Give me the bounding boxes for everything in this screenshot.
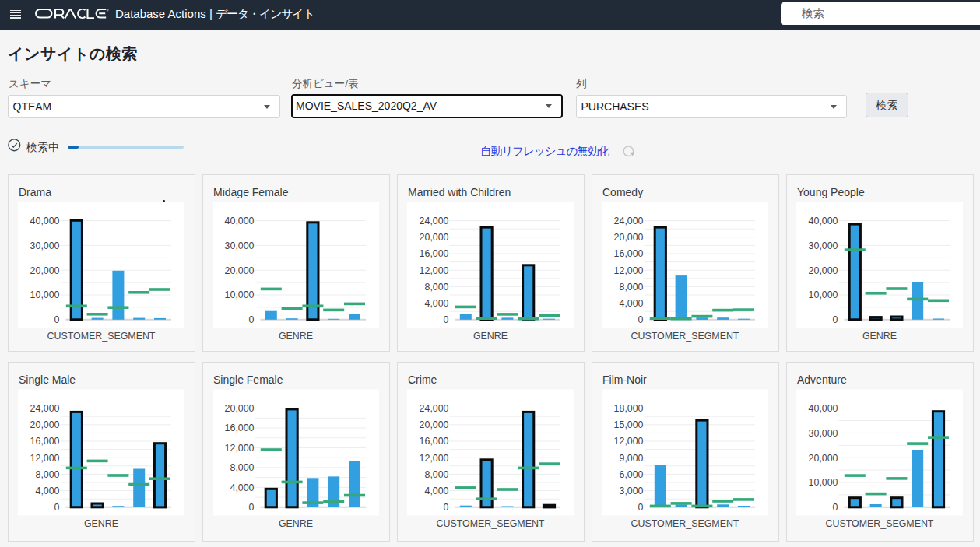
svg-text:0: 0 <box>249 502 255 513</box>
svg-text:16,000: 16,000 <box>225 423 255 433</box>
svg-text:9,000: 9,000 <box>619 453 643 464</box>
svg-text:15,000: 15,000 <box>614 419 644 430</box>
svg-text:24,000: 24,000 <box>420 216 449 226</box>
svg-text:CUSTOMER_SEGMENT: CUSTOMER_SEGMENT <box>437 518 545 529</box>
svg-text:10,000: 10,000 <box>30 289 60 300</box>
svg-text:18,000: 18,000 <box>614 403 644 414</box>
svg-text:20,000: 20,000 <box>30 265 60 276</box>
svg-text:20,000: 20,000 <box>225 403 255 414</box>
svg-text:20,000: 20,000 <box>225 265 255 276</box>
svg-text:8,000: 8,000 <box>424 282 448 293</box>
svg-text:0: 0 <box>444 314 449 325</box>
svg-text:Single Female: Single Female <box>213 373 283 386</box>
svg-text:CUSTOMER_SEGMENT: CUSTOMER_SEGMENT <box>631 331 739 342</box>
svg-text:CUSTOMER_SEGMENT: CUSTOMER_SEGMENT <box>826 518 934 529</box>
svg-text:0: 0 <box>833 502 838 513</box>
svg-text:20,000: 20,000 <box>809 453 838 464</box>
svg-text:10,000: 10,000 <box>225 289 255 300</box>
svg-text:24,000: 24,000 <box>30 403 60 414</box>
svg-text:16,000: 16,000 <box>420 248 449 259</box>
svg-text:16,000: 16,000 <box>420 436 449 447</box>
svg-text:12,000: 12,000 <box>614 436 644 447</box>
svg-text:Midage Female: Midage Female <box>213 186 289 198</box>
svg-text:30,000: 30,000 <box>30 240 60 251</box>
svg-text:0: 0 <box>833 314 838 325</box>
svg-text:20,000: 20,000 <box>30 419 60 430</box>
svg-text:6,000: 6,000 <box>619 469 643 480</box>
svg-text:12,000: 12,000 <box>420 453 449 464</box>
svg-text:0: 0 <box>54 314 60 325</box>
svg-text:GENRE: GENRE <box>84 518 118 529</box>
svg-text:0: 0 <box>54 502 60 513</box>
svg-text:12,000: 12,000 <box>420 265 449 276</box>
svg-text:40,000: 40,000 <box>225 216 255 226</box>
svg-text:10,000: 10,000 <box>809 477 838 488</box>
svg-text:GENRE: GENRE <box>279 331 313 342</box>
svg-text:12,000: 12,000 <box>30 453 60 464</box>
svg-text:0: 0 <box>638 314 644 325</box>
svg-text:20,000: 20,000 <box>420 419 449 430</box>
svg-text:20,000: 20,000 <box>420 232 449 243</box>
svg-text:24,000: 24,000 <box>420 403 449 414</box>
svg-text:3,000: 3,000 <box>619 486 643 496</box>
svg-text:30,000: 30,000 <box>809 428 838 439</box>
svg-text:40,000: 40,000 <box>809 403 838 414</box>
svg-text:4,000: 4,000 <box>230 482 254 493</box>
svg-text:30,000: 30,000 <box>225 240 255 251</box>
svg-text:0: 0 <box>638 502 644 513</box>
svg-text:GENRE: GENRE <box>473 331 508 342</box>
svg-text:4,000: 4,000 <box>424 486 448 496</box>
svg-text:8,000: 8,000 <box>619 282 643 293</box>
svg-text:4,000: 4,000 <box>35 486 59 496</box>
svg-text:Single Male: Single Male <box>19 373 76 386</box>
svg-text:CUSTOMER_SEGMENT: CUSTOMER_SEGMENT <box>631 518 739 529</box>
svg-text:Film-Noir: Film-Noir <box>602 373 647 386</box>
svg-text:40,000: 40,000 <box>809 216 838 226</box>
svg-text:12,000: 12,000 <box>225 443 255 454</box>
svg-text:30,000: 30,000 <box>809 240 838 251</box>
svg-text:GENRE: GENRE <box>862 331 897 342</box>
svg-text:CUSTOMER_SEGMENT: CUSTOMER_SEGMENT <box>47 331 156 342</box>
svg-text:0: 0 <box>249 314 255 325</box>
svg-text:GENRE: GENRE <box>279 518 313 529</box>
svg-text:Young People: Young People <box>797 186 865 198</box>
svg-text:20,000: 20,000 <box>614 232 644 243</box>
svg-text:4,000: 4,000 <box>424 298 448 309</box>
svg-text:Comedy: Comedy <box>602 186 643 198</box>
svg-text:24,000: 24,000 <box>614 216 644 226</box>
svg-text:12,000: 12,000 <box>614 265 644 276</box>
svg-text:8,000: 8,000 <box>35 469 59 480</box>
svg-text:20,000: 20,000 <box>809 265 838 276</box>
svg-text:Crime: Crime <box>408 373 437 386</box>
svg-text:8,000: 8,000 <box>230 462 254 473</box>
svg-text:Adventure: Adventure <box>797 373 847 386</box>
svg-text:Married with Children: Married with Children <box>408 186 511 198</box>
svg-text:16,000: 16,000 <box>614 248 644 259</box>
svg-text:10,000: 10,000 <box>809 289 838 300</box>
svg-text:Drama: Drama <box>19 186 51 198</box>
svg-text:0: 0 <box>444 502 449 513</box>
svg-text:16,000: 16,000 <box>30 436 60 447</box>
svg-text:8,000: 8,000 <box>424 469 448 480</box>
svg-text:4,000: 4,000 <box>619 298 643 309</box>
svg-text:40,000: 40,000 <box>30 216 60 226</box>
